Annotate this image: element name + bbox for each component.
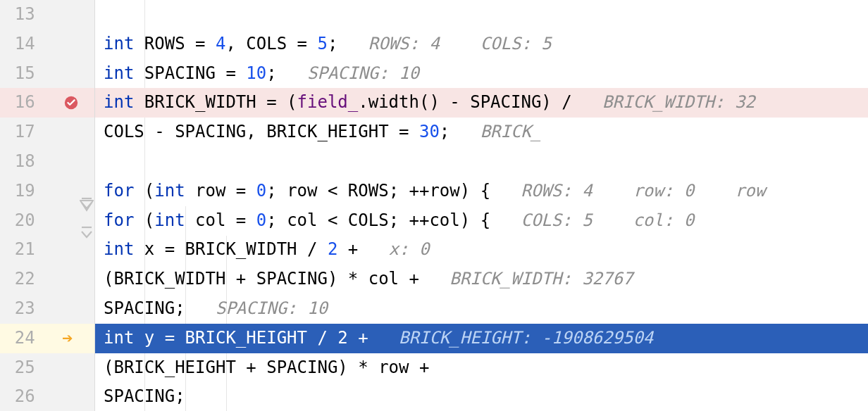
field-ref: field_ bbox=[297, 88, 359, 118]
code-text: row = bbox=[185, 177, 256, 206]
inlay-hint: SPACING: 10 bbox=[277, 59, 419, 89]
gutter-line[interactable]: 20 bbox=[0, 206, 94, 236]
keyword: int bbox=[104, 324, 134, 353]
code-line[interactable]: (BRICK_HEIGHT + SPACING) * row + bbox=[95, 353, 868, 383]
line-number: 13 bbox=[0, 0, 38, 30]
keyword: for bbox=[104, 177, 134, 206]
number-literal: 4 bbox=[216, 30, 225, 59]
code-text: ; col < COLS; ++col) { bbox=[266, 206, 490, 236]
inlay-hint: ROWS: 4 COLS: 5 bbox=[337, 30, 551, 59]
gutter-line[interactable]: 17 bbox=[0, 118, 94, 147]
keyword: int bbox=[104, 30, 134, 59]
gutter: 13 14 15 16 17 18 bbox=[0, 0, 95, 411]
gutter-line[interactable]: 16 bbox=[0, 88, 94, 118]
line-number: 14 bbox=[0, 30, 38, 59]
code-editor: 13 14 15 16 17 18 bbox=[0, 0, 868, 411]
code-text: BRICK_WIDTH = ( bbox=[134, 88, 297, 118]
code-text: ( bbox=[134, 206, 154, 236]
line-number: 16 bbox=[0, 88, 38, 118]
code-line[interactable] bbox=[95, 0, 868, 30]
code-line[interactable]: int SPACING = 10; SPACING: 10 bbox=[95, 59, 868, 89]
inlay-hint: SPACING: 10 bbox=[185, 294, 328, 324]
code-line-current-execution[interactable]: int y = BRICK_HEIGHT / 2 + BRICK_HEIGHT:… bbox=[95, 324, 868, 353]
line-number: 15 bbox=[0, 59, 38, 89]
code-text: COLS - SPACING, BRICK_HEIGHT = bbox=[104, 118, 419, 147]
gutter-marker[interactable] bbox=[38, 95, 94, 110]
number-literal: 10 bbox=[246, 59, 266, 89]
code-line[interactable]: for (int col = 0; col < COLS; ++col) { C… bbox=[95, 206, 868, 236]
line-number: 21 bbox=[0, 235, 38, 265]
code-text: (BRICK_WIDTH + SPACING) * col + bbox=[104, 265, 419, 294]
number-literal: 0 bbox=[256, 206, 266, 236]
inlay-hint: COLS: 5 col: 0 bbox=[490, 206, 694, 236]
code-line[interactable]: int BRICK_WIDTH = (field_.width() - SPAC… bbox=[95, 88, 868, 118]
code-text: , COLS = bbox=[225, 30, 317, 59]
code-text: ; row < ROWS; ++row) { bbox=[266, 177, 490, 206]
line-number: 19 bbox=[0, 177, 38, 206]
line-number: 25 bbox=[0, 353, 38, 383]
keyword: int bbox=[154, 177, 185, 206]
code-text: ; bbox=[328, 30, 337, 59]
line-number: 23 bbox=[0, 294, 38, 324]
code-text: SPACING; bbox=[104, 382, 185, 411]
gutter-line[interactable]: 25 bbox=[0, 353, 94, 383]
code-text: ROWS = bbox=[134, 30, 216, 59]
code-text: ; bbox=[266, 59, 276, 89]
gutter-line[interactable]: 23 bbox=[0, 294, 94, 324]
gutter-line[interactable]: 22 bbox=[0, 265, 94, 294]
keyword: int bbox=[104, 59, 134, 89]
inlay-hint: ROWS: 4 row: 0 row bbox=[490, 177, 765, 206]
code-text: ; bbox=[440, 118, 450, 147]
breakpoint-verified-icon[interactable] bbox=[63, 95, 79, 110]
inlay-hint: BRICK_ bbox=[450, 118, 541, 147]
number-literal: 2 bbox=[328, 235, 337, 265]
gutter-line[interactable]: 15 bbox=[0, 59, 94, 89]
gutter-line[interactable]: 14 bbox=[0, 30, 94, 59]
code-line[interactable]: COLS - SPACING, BRICK_HEIGHT = 30; BRICK… bbox=[95, 118, 868, 147]
inlay-hint: BRICK_WIDTH: 32767 bbox=[419, 265, 633, 294]
code-text: (BRICK_HEIGHT + SPACING) * row + bbox=[104, 353, 429, 383]
code-text: ( bbox=[134, 177, 154, 206]
execution-arrow-icon: ➔ bbox=[62, 324, 73, 353]
gutter-line[interactable]: 19 bbox=[0, 177, 94, 206]
line-number: 18 bbox=[0, 147, 38, 177]
code-text: col = bbox=[185, 206, 256, 236]
code-text: x = BRICK_WIDTH / bbox=[134, 235, 328, 265]
inlay-hint: BRICK_HEIGHT: -1908629504 bbox=[368, 324, 654, 353]
line-number: 26 bbox=[0, 382, 38, 411]
line-number: 20 bbox=[0, 206, 38, 236]
code-line[interactable]: for (int row = 0; row < ROWS; ++row) { R… bbox=[95, 177, 868, 206]
code-line[interactable] bbox=[95, 147, 868, 177]
code-area[interactable]: int ROWS = 4, COLS = 5; ROWS: 4 COLS: 5 … bbox=[95, 0, 868, 411]
number-literal: 0 bbox=[256, 177, 266, 206]
code-line[interactable]: SPACING; SPACING: 10 bbox=[95, 294, 868, 324]
gutter-marker[interactable]: ➔ bbox=[38, 324, 94, 353]
keyword: int bbox=[154, 206, 185, 236]
keyword: for bbox=[104, 206, 134, 236]
gutter-line[interactable]: 26 bbox=[0, 382, 94, 411]
code-line[interactable]: SPACING; bbox=[95, 382, 868, 411]
inlay-hint: x: 0 bbox=[358, 235, 429, 265]
gutter-line[interactable]: 13 bbox=[0, 0, 94, 30]
line-number: 17 bbox=[0, 118, 38, 147]
gutter-line[interactable]: 18 bbox=[0, 147, 94, 177]
number-literal: 5 bbox=[317, 30, 327, 59]
code-text: + bbox=[337, 235, 358, 265]
gutter-line[interactable]: 24 ➔ bbox=[0, 324, 94, 353]
code-text: .width() - SPACING) / bbox=[358, 88, 571, 118]
code-text: + bbox=[348, 324, 368, 353]
keyword: int bbox=[104, 88, 134, 118]
line-number: 24 bbox=[0, 324, 38, 353]
code-line[interactable]: int x = BRICK_WIDTH / 2 + x: 0 bbox=[95, 235, 868, 265]
code-line[interactable]: int ROWS = 4, COLS = 5; ROWS: 4 COLS: 5 bbox=[95, 30, 868, 59]
number-literal: 30 bbox=[419, 118, 440, 147]
code-text: SPACING = bbox=[134, 59, 246, 89]
code-text: y = BRICK_HEIGHT / bbox=[134, 324, 337, 353]
keyword: int bbox=[104, 235, 134, 265]
gutter-line[interactable]: 21 bbox=[0, 235, 94, 265]
code-line[interactable]: (BRICK_WIDTH + SPACING) * col + BRICK_WI… bbox=[95, 265, 868, 294]
number-literal: 2 bbox=[337, 324, 347, 353]
inlay-hint: BRICK_WIDTH: 32 bbox=[572, 88, 755, 118]
line-number: 22 bbox=[0, 265, 38, 294]
code-text: SPACING; bbox=[104, 294, 185, 324]
